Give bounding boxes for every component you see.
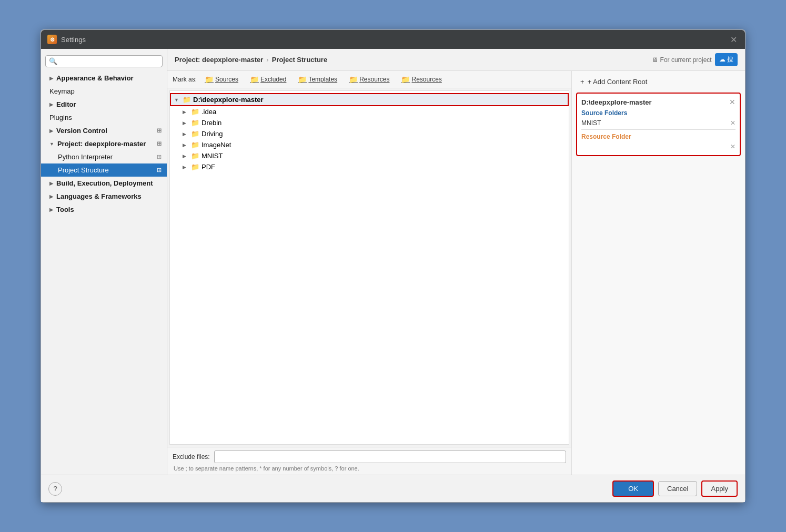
- sidebar-item-keymap[interactable]: Keymap: [41, 85, 167, 98]
- cloud-button[interactable]: ☁ 搜: [715, 53, 738, 66]
- breadcrumb: Project: deepxplore-master › Project Str…: [167, 49, 745, 71]
- arrow-icon: ▶: [49, 194, 53, 199]
- excluded-label: Excluded: [260, 76, 286, 83]
- sidebar-label: Editor: [56, 100, 76, 108]
- mark-as-label: Mark as:: [173, 76, 197, 83]
- vcs-icon: ⊞: [157, 127, 162, 134]
- sidebar-item-project[interactable]: ▼ Project: deepxplore-master ⊞: [41, 137, 167, 150]
- resource-folder-item: ✕: [581, 142, 735, 151]
- cancel-label: Cancel: [667, 485, 688, 493]
- resource-close-button[interactable]: ✕: [730, 143, 735, 150]
- tree-node[interactable]: ▶ 📁 Drebin: [170, 117, 569, 128]
- folder-icon: 📁: [191, 163, 199, 171]
- folder-icon: 📁: [191, 130, 199, 138]
- folder-purple-icon: 📁: [298, 75, 307, 84]
- dialog-title: Settings: [61, 36, 86, 44]
- sidebar-label: Build, Execution, Deployment: [56, 179, 153, 187]
- root-folder-icon: 📁: [183, 96, 191, 104]
- expand-arrow: ▶: [183, 120, 189, 126]
- folder-icon: 📁: [191, 119, 199, 127]
- folder-blue-icon: 📁: [205, 75, 214, 84]
- for-project-label: 🖥 For current project: [652, 56, 712, 64]
- card-close-button[interactable]: ✕: [729, 98, 735, 106]
- cancel-button[interactable]: Cancel: [658, 481, 697, 496]
- project-icon: ⊞: [157, 140, 162, 147]
- add-content-root-button[interactable]: + + Add Content Root: [576, 75, 741, 88]
- mark-templates-button[interactable]: 📁 Templates: [294, 74, 341, 85]
- tree-node[interactable]: ▶ 📁 ImageNet: [170, 139, 569, 150]
- tree-node-label: PDF: [201, 163, 215, 171]
- sidebar-item-plugins[interactable]: Plugins: [41, 111, 167, 124]
- dialog-footer: ? OK Cancel Apply: [41, 475, 745, 502]
- tree-node[interactable]: ▶ 📁 PDF: [170, 161, 569, 172]
- main-content: Project: deepxplore-master › Project Str…: [167, 49, 745, 475]
- question-icon: ?: [53, 485, 57, 493]
- root-node-label: D:\deepxplore-master: [193, 96, 264, 104]
- arrow-icon: ▶: [49, 181, 53, 186]
- sidebar-item-vcs[interactable]: ▶ Version Control ⊞: [41, 124, 167, 137]
- help-button[interactable]: ?: [48, 482, 62, 496]
- resource-folder-label: Resource Folder: [581, 133, 735, 140]
- expand-arrow: ▶: [183, 165, 189, 170]
- sidebar-item-project-structure[interactable]: Project Structure ⊞: [41, 163, 167, 177]
- exclude-row: Exclude files:: [173, 451, 566, 463]
- search-box[interactable]: 🔍: [45, 55, 163, 67]
- mark-resources-button[interactable]: 📁 Resources: [345, 74, 393, 85]
- breadcrumb-project: Project: deepxplore-master: [175, 56, 263, 64]
- sidebar-item-appearance[interactable]: ▶ Appearance & Behavior: [41, 71, 167, 85]
- bottom-bar: Exclude files: Use ; to separate name pa…: [167, 447, 571, 475]
- sources-label: Sources: [215, 76, 238, 83]
- sidebar-label: Version Control: [56, 127, 107, 135]
- copy-icon2: ⊞: [157, 167, 162, 173]
- tree-node[interactable]: ▶ 📁 MNIST: [170, 150, 569, 161]
- folder-gray-icon: 📁: [401, 75, 410, 84]
- hint-text: Use ; to separate name patterns, * for a…: [173, 465, 566, 472]
- arrow-icon: ▶: [49, 207, 53, 212]
- add-content-root-label: + Add Content Root: [588, 78, 648, 86]
- expand-arrow: ▼: [174, 97, 180, 103]
- card-path: D:\deepxplore-master: [581, 98, 652, 106]
- breadcrumb-sep: ›: [266, 56, 268, 64]
- source-folder-item: MNIST ✕: [581, 119, 735, 127]
- arrow-icon: ▶: [49, 76, 53, 81]
- folder-icon: 📁: [191, 141, 199, 149]
- divider: [581, 129, 735, 130]
- exclude-input[interactable]: [214, 451, 566, 463]
- sidebar-label: Project: deepxplore-master: [57, 140, 146, 148]
- source-folders-label: Source Folders: [581, 109, 735, 117]
- copy-icon: ⊞: [157, 154, 162, 160]
- ok-button[interactable]: OK: [612, 480, 654, 497]
- sidebar-item-build[interactable]: ▶ Build, Execution, Deployment: [41, 177, 167, 190]
- mark-resources2-button[interactable]: 📁 Resources: [397, 74, 445, 85]
- expand-arrow: ▶: [183, 142, 189, 148]
- sidebar-label: Keymap: [49, 87, 75, 95]
- folder-icon: 📁: [191, 152, 199, 160]
- tree-node-label: Drebin: [201, 119, 221, 127]
- source-folder-close-button[interactable]: ✕: [730, 119, 735, 127]
- apply-button[interactable]: Apply: [701, 480, 738, 497]
- ok-label: OK: [628, 485, 638, 493]
- tree-area: ▼ 📁 D:\deepxplore-master ▶ 📁 .idea: [169, 90, 569, 445]
- tree-node-label: ImageNet: [201, 141, 231, 149]
- sidebar-item-python-interpreter[interactable]: Python Interpreter ⊞: [41, 150, 167, 163]
- mark-sources-button[interactable]: 📁 Sources: [201, 74, 242, 85]
- sidebar-item-languages[interactable]: ▶ Languages & Frameworks: [41, 190, 167, 203]
- search-input[interactable]: [57, 58, 159, 65]
- close-button[interactable]: ✕: [728, 34, 739, 45]
- tree-node[interactable]: ▶ 📁 .idea: [170, 106, 569, 117]
- app-icon: ⚙: [47, 35, 57, 44]
- mark-excluded-button[interactable]: 📁 Excluded: [246, 74, 290, 85]
- tree-root-node[interactable]: ▼ 📁 D:\deepxplore-master: [170, 93, 569, 106]
- folder-icon: 📁: [191, 108, 199, 116]
- sidebar-item-editor[interactable]: ▶ Editor: [41, 98, 167, 111]
- expand-arrow: ▶: [183, 154, 189, 159]
- settings-dialog: ⚙ Settings ✕ 🔍 ▶ Appearance & Behavior K…: [41, 29, 745, 503]
- sidebar-label: Appearance & Behavior: [56, 74, 134, 82]
- tree-node[interactable]: ▶ 📁 Driving: [170, 128, 569, 139]
- dialog-body: 🔍 ▶ Appearance & Behavior Keymap ▶ Edito…: [41, 49, 745, 475]
- sidebar-item-tools[interactable]: ▶ Tools: [41, 203, 167, 216]
- folder-orange-icon: 📁: [250, 75, 259, 84]
- title-bar: ⚙ Settings ✕: [41, 30, 745, 49]
- resources2-label: Resources: [411, 76, 441, 83]
- tree-node-label: .idea: [201, 108, 216, 116]
